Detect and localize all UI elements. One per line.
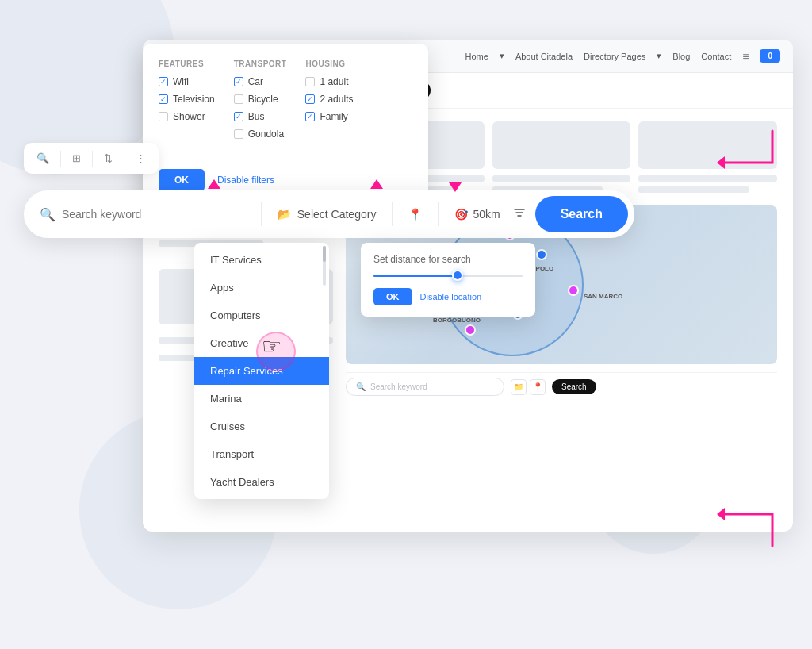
filter-item-family: ✓ Family [305, 111, 353, 122]
search-category-label: Select Category [297, 208, 377, 221]
nav-user-btn[interactable]: 0 [760, 49, 780, 63]
filter-item-bicycle: Bicycle [234, 94, 287, 105]
dropdown-scrollbar-thumb [323, 246, 326, 262]
search-divider-3 [438, 202, 439, 226]
filter-checkbox-shower[interactable] [159, 112, 168, 121]
browser-bottom-search-icon: 🔍 [356, 382, 366, 391]
browser-bottom-input[interactable]: 🔍 Search keyword [346, 378, 504, 396]
category-folder-icon: 📂 [278, 208, 291, 221]
search-location-selector[interactable]: 📍 [402, 208, 428, 221]
arrow-up-distance [370, 179, 383, 189]
filter-checkbox-family[interactable]: ✓ [305, 112, 315, 121]
browser-bottom-search-btn[interactable]: Search [552, 379, 596, 394]
nav-link-blog[interactable]: Blog [672, 52, 690, 61]
arrow-down-shape [449, 182, 462, 192]
filter-item-gondola: Gondola [234, 129, 287, 140]
filter-housing-title: HOUSING [305, 60, 353, 68]
filter-disable-button[interactable]: Disable filters [217, 175, 274, 186]
nav-link-home[interactable]: Home [465, 52, 488, 61]
nav-menu-icon[interactable]: ≡ [742, 50, 749, 63]
distance-actions: OK Disable location [373, 288, 523, 305]
category-dropdown: IT Services Apps Computers Creative Repa… [194, 243, 329, 499]
filter-label-gondola: Gondola [248, 129, 284, 140]
distance-popup-title: Set distance for search [373, 254, 523, 265]
pink-arrow-bottom-right [717, 506, 788, 554]
filter-label-bus: Bus [248, 111, 265, 122]
nav-links: Home ▾ About Citadela Directory Pages ▾ … [465, 49, 780, 63]
browser-bottom-icon-1[interactable]: 📁 [511, 379, 527, 395]
search-main-button[interactable]: Search [535, 196, 628, 232]
filter-ok-button[interactable]: OK [159, 169, 205, 191]
filter-popup: FEATURES ✓ Wifi ✓ Television Shower TRAN… [143, 44, 428, 207]
search-filter-selector[interactable] [510, 206, 529, 222]
toolbar-more-icon[interactable]: ⋮ [132, 149, 149, 167]
dropdown-item-it-services[interactable]: IT Services [194, 246, 329, 274]
search-distance-selector[interactable]: 🎯 50km [448, 208, 506, 221]
filter-col-features: FEATURES ✓ Wifi ✓ Television Shower [159, 60, 215, 146]
filter-label-2adults: 2 adults [320, 94, 353, 105]
filter-col-transport: TRANSPORT ✓ Car Bicycle ✓ Bus Gondola [234, 60, 287, 146]
main-search-bar: 🔍 📂 Select Category 📍 🎯 50km Search [24, 190, 634, 238]
pink-arrow-top-right [717, 123, 788, 171]
svg-marker-1 [717, 508, 725, 520]
distance-disable-button[interactable]: Disable location [420, 292, 482, 301]
filter-transport-title: TRANSPORT [234, 60, 287, 68]
filter-item-wifi: ✓ Wifi [159, 76, 215, 87]
dropdown-item-marina[interactable]: Marina [194, 385, 329, 413]
distance-popup: Set distance for search OK Disable locat… [361, 243, 535, 317]
nav-link-contact[interactable]: Contact [701, 52, 731, 61]
nav-link-directory[interactable]: Directory Pages [584, 52, 645, 61]
filter-checkbox-2adults[interactable]: ✓ [305, 94, 315, 104]
dropdown-item-cruises[interactable]: Cruises [194, 413, 329, 440]
arrow-up-category [208, 179, 220, 189]
dropdown-item-apps[interactable]: Apps [194, 274, 329, 301]
filter-label-wifi: Wifi [173, 76, 189, 87]
filter-item-bus: ✓ Bus [234, 111, 287, 122]
browser-bottom-icon-2[interactable]: 📍 [530, 379, 546, 395]
distance-ok-button[interactable]: OK [373, 288, 412, 305]
dropdown-item-transport[interactable]: Transport [194, 440, 329, 468]
dropdown-item-computers[interactable]: Computers [194, 301, 329, 329]
toolbar-grid-icon[interactable]: ⊞ [69, 149, 84, 167]
search-category-selector[interactable]: 📂 Select Category [271, 208, 383, 221]
browser-bottom-search: 🔍 Search keyword 📁 📍 Search [346, 372, 777, 396]
toolbar-divider-1 [60, 151, 61, 167]
main-wrapper: Home ▾ About Citadela Directory Pages ▾ … [0, 0, 812, 649]
filter-checkbox-car[interactable]: ✓ [234, 77, 243, 86]
toolbar-divider-3 [124, 151, 124, 167]
map-label-borgobuono: BORGOBUONO [433, 317, 481, 324]
filter-item-2adults: ✓ 2 adults [305, 94, 353, 105]
filter-checkbox-bus[interactable]: ✓ [234, 112, 243, 121]
arrow-indicator-distance [370, 179, 383, 189]
filter-item-1adult: 1 adult [305, 76, 353, 87]
dropdown-item-yacht-dealers[interactable]: Yacht Dealers [194, 468, 329, 496]
map-pin-6[interactable] [465, 324, 476, 336]
map-pin-4[interactable] [568, 285, 579, 296]
browser-bottom-icons: 📁 📍 [511, 379, 546, 395]
filter-checkbox-gondola[interactable] [234, 129, 243, 139]
map-label-san-marco: SAN MARCO [584, 293, 622, 300]
filter-checkbox-1adult[interactable] [305, 77, 315, 86]
toolbar-search-icon[interactable]: 🔍 [33, 149, 52, 167]
distance-slider-thumb[interactable] [452, 270, 463, 281]
map-pin-2[interactable] [536, 249, 547, 260]
filter-checkbox-television[interactable]: ✓ [159, 94, 168, 104]
filter-label-1adult: 1 adult [320, 76, 348, 87]
filter-checkbox-bicycle[interactable] [234, 94, 243, 104]
filter-columns: FEATURES ✓ Wifi ✓ Television Shower TRAN… [159, 60, 412, 146]
small-toolbar: 🔍 ⊞ ⇅ ⋮ [24, 143, 159, 174]
distance-slider-track [373, 275, 523, 277]
filter-item-car: ✓ Car [234, 76, 287, 87]
filter-label-shower: Shower [173, 111, 205, 122]
nav-link-about[interactable]: About Citadela [515, 52, 573, 61]
filter-label-car: Car [248, 76, 263, 87]
filter-item-television: ✓ Television [159, 94, 215, 105]
arrow-indicator-category [208, 179, 220, 189]
search-distance-value: 50km [473, 208, 500, 221]
filter-checkbox-wifi[interactable]: ✓ [159, 77, 168, 86]
filter-col-housing: HOUSING 1 adult ✓ 2 adults ✓ Family [305, 60, 353, 146]
svg-marker-0 [717, 156, 725, 169]
search-keyword-input[interactable] [62, 208, 251, 221]
toolbar-arrows-icon[interactable]: ⇅ [101, 149, 116, 167]
filter-features-title: FEATURES [159, 60, 215, 68]
